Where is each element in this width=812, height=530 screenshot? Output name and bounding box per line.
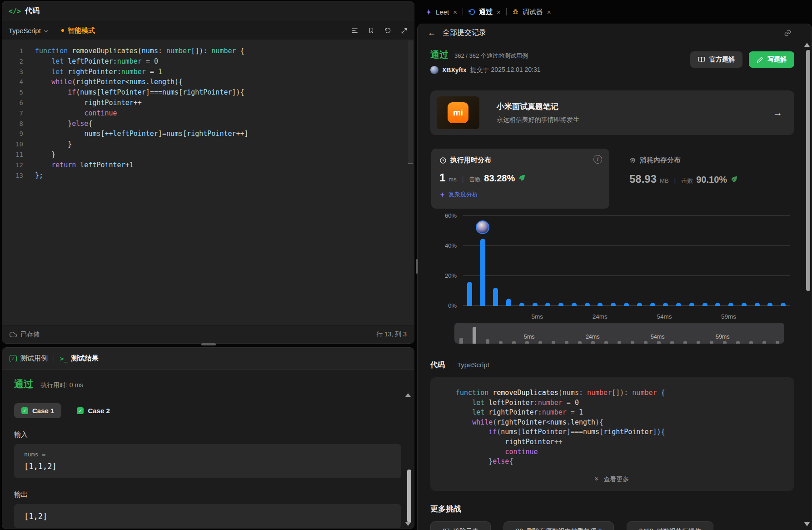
panel-resize-handle-horizontal[interactable] [201, 343, 216, 345]
chart-bar[interactable] [637, 303, 642, 306]
close-icon[interactable]: × [497, 8, 501, 16]
code-line[interactable]: 11 } [2, 150, 414, 160]
chart-bar[interactable] [572, 303, 577, 306]
chart-bar[interactable] [715, 303, 720, 306]
right-panel-scrollbar[interactable] [806, 50, 810, 291]
chart-bar[interactable] [598, 303, 603, 306]
expand-icon[interactable] [401, 27, 408, 34]
challenge-chips: 27. 移除元素80. 删除有序数组中的重复项 II2460. 对数组执行操作 [430, 521, 794, 530]
reset-code-icon[interactable] [384, 27, 391, 34]
submission-code-lines: function removeDuplicates(nums: number[]… [444, 388, 781, 467]
minimap-bar [538, 341, 542, 344]
editor-scrollbar[interactable] [408, 40, 413, 164]
case-tab-1[interactable]: ✓Case 1 [14, 403, 61, 418]
chart-bar[interactable] [689, 303, 694, 306]
language-label: TypeScript [9, 27, 41, 35]
arrow-right-icon[interactable]: → [773, 107, 782, 118]
code-line[interactable]: 8 }else{ [2, 119, 414, 129]
panel-resize-handle-vertical[interactable] [416, 259, 418, 274]
chart-bar[interactable] [728, 303, 733, 306]
chart-bar[interactable] [480, 239, 485, 306]
minimap-bar [710, 341, 713, 344]
book-icon [698, 56, 705, 63]
info-icon[interactable]: i [593, 155, 602, 164]
chart-bar[interactable] [755, 303, 760, 306]
code-line[interactable]: 2 let leftPointer:number = 0 [2, 56, 414, 67]
chart-bar[interactable] [493, 288, 498, 306]
smart-mode-toggle[interactable]: 智能模式 [61, 26, 95, 35]
code-line[interactable]: 1function removeDuplicates(nums: number[… [2, 46, 414, 56]
code-line[interactable]: 3 let rightPointer:number = 1 [2, 67, 414, 77]
challenge-chip[interactable]: 27. 移除元素 [430, 521, 491, 530]
line-number: 8 [2, 119, 23, 129]
chart-bar[interactable] [650, 303, 655, 306]
bookmark-icon[interactable] [368, 27, 374, 34]
back-arrow-icon[interactable]: ← [428, 28, 436, 38]
scroll-up-arrow[interactable] [804, 43, 810, 47]
chart-user-avatar [476, 220, 489, 234]
chart-bar[interactable] [767, 303, 772, 306]
line-number: 3 [2, 67, 23, 77]
tab-debugger[interactable]: 调试器 × [512, 8, 551, 16]
view-more-button[interactable]: » 查看更多 [430, 475, 794, 484]
code-line[interactable]: 10 } [2, 139, 414, 150]
chart-bar[interactable] [467, 282, 472, 306]
memory-stat-card[interactable]: 消耗内存分布 58.93 MB | 击败 90.10% [629, 156, 738, 185]
official-solution-button[interactable]: 官方题解 [690, 51, 742, 68]
chart-bar[interactable] [702, 303, 707, 306]
challenge-chip[interactable]: 80. 删除有序数组中的重复项 II [503, 521, 614, 530]
code-line[interactable]: 6 rightPointer++ [2, 98, 414, 108]
output-box[interactable]: [1,2] [14, 504, 401, 528]
complexity-analysis-link[interactable]: 复杂度分析 [439, 190, 601, 199]
scroll-down-arrow[interactable] [804, 522, 810, 526]
code-line[interactable]: 9 nums[++leftPointer]=nums[rightPointer+… [2, 129, 414, 139]
runtime-stat-card[interactable]: 执行用时分布 i 1 ms | 击败 83.28% [431, 149, 609, 209]
challenge-chip[interactable]: 2460. 对数组执行操作 [627, 521, 713, 530]
chart-bar[interactable] [676, 303, 681, 306]
chart-bar[interactable] [663, 303, 668, 306]
format-code-icon[interactable] [351, 27, 359, 35]
chart-bar[interactable] [781, 303, 786, 306]
close-icon[interactable]: × [547, 8, 551, 16]
input-param-name: nums = [24, 451, 391, 458]
code-line[interactable]: 13}; [2, 170, 414, 181]
code-line[interactable]: 4 while(rightPointer<nums.length){ [2, 77, 414, 87]
chart-bar[interactable] [545, 303, 550, 306]
code-area[interactable]: 1function removeDuplicates(nums: number[… [2, 40, 414, 326]
memory-value: 58.93 [629, 173, 657, 185]
scroll-down-arrow[interactable] [405, 522, 411, 526]
close-icon[interactable]: × [453, 8, 457, 16]
tab-test-cases[interactable]: ✓ 测试用例 [10, 354, 48, 363]
submission-code-card: function removeDuplicates(nums: number[]… [430, 377, 794, 491]
chart-bar[interactable] [611, 303, 616, 306]
tab-submission[interactable]: 通过 × [468, 8, 501, 16]
line-number: 9 [2, 129, 23, 139]
code-line: rightPointer++ [444, 437, 781, 447]
chart-minimap-brush[interactable]: 5ms24ms54ms59ms [454, 323, 784, 344]
chart-bar[interactable] [519, 303, 524, 306]
test-panel-scrollbar[interactable] [407, 470, 411, 522]
line-number: 6 [2, 98, 23, 108]
checkbox-icon: ✓ [10, 355, 17, 362]
link-icon[interactable] [784, 29, 792, 37]
chart-bar[interactable] [624, 303, 629, 306]
code-line[interactable]: 12 return leftPointer+1 [2, 160, 414, 170]
case-tab-2[interactable]: ✓Case 2 [70, 403, 117, 418]
code-line[interactable]: 7 continue [2, 108, 414, 119]
code-line: let rightPointer:number = 1 [444, 408, 781, 418]
minimap-bar [512, 341, 516, 344]
write-solution-button[interactable]: 写题解 [749, 51, 794, 68]
tab-test-results[interactable]: >_ 测试结果 [60, 354, 99, 363]
chart-bar[interactable] [558, 303, 563, 306]
language-select[interactable]: TypeScript [9, 27, 48, 35]
chart-bar[interactable] [585, 303, 590, 306]
tab-leet[interactable]: Leet × [425, 8, 457, 16]
chart-bar[interactable] [533, 303, 538, 306]
code-line[interactable]: 5 if(nums[leftPointer]===nums[rightPoint… [2, 87, 414, 98]
line-number: 1 [2, 46, 23, 56]
chart-bar[interactable] [742, 303, 747, 306]
scroll-up-arrow[interactable] [405, 393, 411, 397]
chart-bar[interactable] [506, 299, 511, 306]
input-box[interactable]: nums = [1,1,2] [14, 444, 401, 478]
promo-banner[interactable]: mi 小米面试真题笔记 永远相信美好的事情即将发生 → [430, 90, 794, 135]
